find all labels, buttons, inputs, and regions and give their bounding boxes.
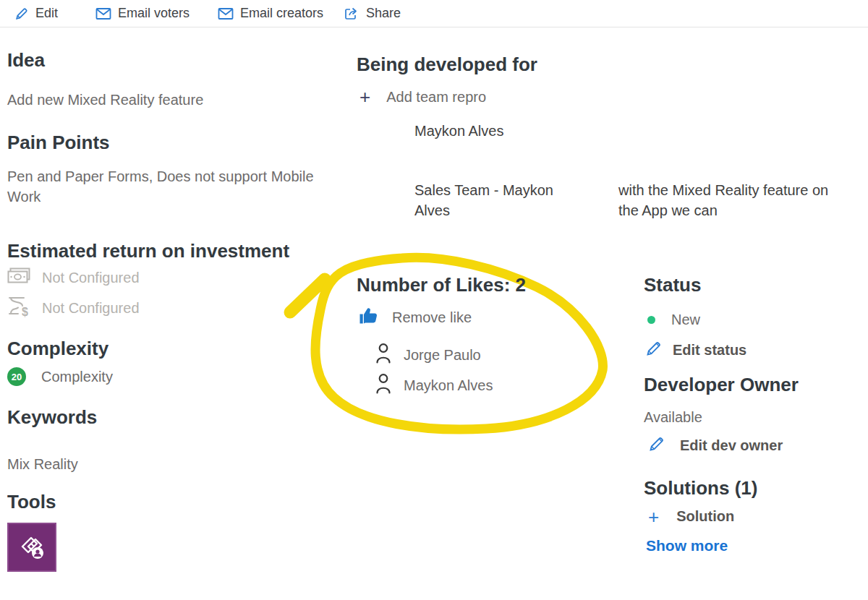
email-voters-label: Email voters: [118, 6, 190, 21]
roi-heading: Estimated return on investment: [7, 240, 289, 262]
person-icon: [375, 343, 392, 367]
solutions-heading: Solutions (1): [644, 477, 757, 500]
complexity-score-badge: 20: [7, 367, 26, 386]
share-button-label: Share: [366, 6, 401, 21]
mixed-reality-app-icon[interactable]: [7, 523, 56, 572]
complexity-heading: Complexity: [7, 338, 109, 360]
being-developed-for-heading: Being developed for: [357, 53, 537, 76]
share-icon: [344, 7, 359, 21]
developed-for-note: with the Mixed Reality feature on the Ap…: [618, 180, 835, 220]
email-creators-button[interactable]: Email creators: [218, 6, 323, 21]
tools-heading: Tools: [7, 491, 56, 513]
plus-icon: +: [359, 89, 370, 105]
pencil-icon: [648, 435, 665, 455]
add-solution-button[interactable]: + Solution: [648, 508, 734, 525]
add-team-repro-label: Add team repro: [386, 87, 486, 107]
status-value: New: [671, 309, 700, 330]
mail-icon: [218, 7, 234, 20]
developed-for-entry: Sales Team - Maykon Alves: [414, 180, 584, 220]
developed-for-entry: Maykon Alves: [414, 121, 503, 141]
roi-time-row: $ Not Configured: [7, 296, 140, 320]
status-dot-icon: [647, 316, 655, 324]
edit-button[interactable]: Edit: [14, 6, 58, 21]
like-user-name: Jorge Paulo: [404, 345, 481, 365]
keywords-heading: Keywords: [7, 406, 97, 429]
email-voters-button[interactable]: Email voters: [95, 6, 190, 21]
roi-money-value: Not Configured: [42, 270, 140, 286]
complexity-row: 20 Complexity: [7, 367, 113, 387]
idea-heading: Idea: [7, 49, 45, 72]
complexity-label: Complexity: [41, 367, 113, 387]
command-toolbar: Edit Email voters Email creators Share: [0, 0, 868, 27]
mail-icon: [95, 7, 111, 20]
edit-status-button[interactable]: Edit status: [645, 340, 746, 360]
hourglass-dollar-icon: $: [7, 296, 30, 320]
like-user-row: Maykon Alves: [375, 373, 493, 398]
svg-text:$: $: [22, 306, 28, 317]
pencil-icon: [645, 340, 663, 360]
edit-dev-owner-label: Edit dev owner: [680, 437, 783, 454]
pain-points-heading: Pain Points: [7, 132, 110, 154]
roi-money-row: Not Configured: [7, 267, 140, 288]
add-solution-label: Solution: [676, 508, 734, 525]
email-creators-label: Email creators: [240, 6, 323, 21]
money-icon: [7, 267, 30, 288]
status-value-row: New: [647, 309, 700, 330]
status-heading: Status: [644, 274, 701, 296]
like-user-row: Jorge Paulo: [375, 343, 481, 367]
pain-points-text: Pen and Paper Forms, Does not support Mo…: [7, 166, 329, 207]
thumbs-up-icon: [359, 307, 379, 328]
share-button[interactable]: Share: [344, 6, 401, 21]
idea-detail-page: Edit Email voters Email creators Share I…: [0, 0, 868, 600]
plus-icon: +: [648, 509, 659, 525]
edit-button-label: Edit: [35, 6, 58, 21]
number-of-likes-heading: Number of Likes: 2: [357, 274, 526, 296]
add-team-repro-link[interactable]: + Add team repro: [359, 87, 486, 107]
remove-like-button[interactable]: Remove like: [359, 307, 472, 328]
like-user-name: Maykon Alves: [404, 375, 493, 395]
roi-time-value: Not Configured: [42, 300, 140, 317]
idea-text: Add new Mixed Reality feature: [7, 90, 203, 110]
developer-owner-heading: Developer Owner: [644, 374, 799, 396]
edit-status-label: Edit status: [673, 342, 746, 359]
edit-dev-owner-button[interactable]: Edit dev owner: [648, 435, 783, 455]
remove-like-label: Remove like: [392, 307, 472, 327]
person-icon: [375, 373, 392, 398]
pencil-icon: [14, 7, 29, 21]
keywords-text: Mix Reality: [7, 454, 78, 474]
show-more-link[interactable]: Show more: [646, 537, 728, 554]
developer-owner-value: Available: [644, 407, 702, 427]
